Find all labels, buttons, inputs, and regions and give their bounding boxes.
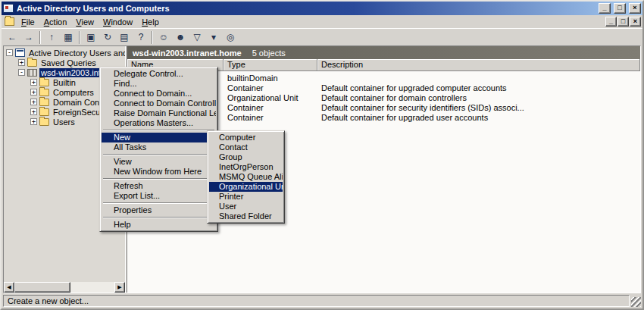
cell-description: Default container for upgraded user acco… [317,113,640,122]
scroll-left-icon[interactable]: ◀ [4,282,14,293]
tree-horizontal-scrollbar[interactable]: ◀ ▶ [4,282,125,293]
menu-item-new[interactable]: New [102,133,216,142]
filter-options-button[interactable]: ▾ [205,30,222,45]
cell-type: builtinDomain [224,74,317,83]
expand-toggle-icon[interactable]: - [18,69,25,76]
resize-grip-icon[interactable] [631,297,641,307]
new-submenu: Computer Contact Group InetOrgPerson MSM… [207,130,285,224]
menu-item-label: Refresh [114,181,143,190]
expand-toggle-icon[interactable]: + [30,79,37,86]
submenu-item-printer[interactable]: Printer [209,192,283,202]
expand-toggle-icon[interactable]: + [18,59,25,66]
menu-item-properties[interactable]: Properties [102,205,216,215]
menu-item-connect-to-domain[interactable]: Connect to Domain... [102,89,216,99]
folder-icon [27,59,37,67]
menu-item-label: Operations Masters... [114,118,193,127]
submenu-item-organizational-unit[interactable]: Organizational Unit [209,182,283,192]
submenu-item-shared-folder[interactable]: Shared Folder [209,211,283,221]
toolbar: ← → ↑ ▦ ▣ ↻ ▤ ? ☺ ☻ ▽ ▾ ◎ [2,28,642,45]
tree-item-label: Active Directory Users and Computers [27,49,125,58]
toolbar-separator [79,31,80,44]
cell-type: Organizational Unit [224,93,317,102]
app-window: Active Directory Users and Computers _ □… [0,0,644,310]
properties-button[interactable]: ▣ [83,30,99,45]
submenu-item-group[interactable]: Group [209,152,283,162]
tree-item-label: Computers [52,88,95,97]
toolbar-separator [39,31,41,44]
menu-file[interactable]: File [17,17,39,27]
menu-item-all-tasks[interactable]: All Tasks [102,142,216,152]
menu-separator [103,178,214,180]
scrollbar-thumb[interactable] [14,282,70,293]
tree-item-label: Users [52,117,77,127]
find-button[interactable]: ◎ [222,30,239,45]
cell-description: Default container for security identifie… [317,103,640,112]
close-button[interactable]: × [629,3,641,14]
expand-toggle-icon[interactable]: + [30,108,37,115]
minimize-button[interactable]: _ [599,3,611,14]
forward-button[interactable]: → [20,30,37,45]
menu-item-delegate-control[interactable]: Delegate Control... [102,69,216,79]
menu-help[interactable]: Help [137,17,164,27]
menu-item-find[interactable]: Find... [102,79,216,89]
menu-item-label: Organizational Unit [219,182,283,191]
expand-toggle-icon[interactable]: + [30,118,37,125]
column-header-type[interactable]: Type [224,59,317,71]
menu-bar: File Action View Window Help _ □ × [2,15,642,28]
export-list-button[interactable]: ▤ [116,30,133,45]
tree-item-label: Builtin [52,78,77,87]
up-one-level-button[interactable]: ↑ [43,30,60,45]
child-minimize-button[interactable]: _ [605,17,617,27]
submenu-item-user[interactable]: User [209,202,283,211]
back-button[interactable]: ← [4,30,20,45]
scrollbar-track[interactable] [70,282,114,293]
menu-item-label: Connect to Domain Controller... [114,99,216,108]
menu-item-view[interactable]: View [102,157,216,167]
column-header-description[interactable]: Description [317,59,640,71]
child-close-button[interactable]: × [630,17,641,27]
toolbar-separator [152,31,153,44]
expand-toggle-icon[interactable]: - [6,49,13,56]
scroll-right-icon[interactable]: ▶ [114,282,125,293]
window-title: Active Directory Users and Computers [17,4,596,13]
menu-item-new-window-from-here[interactable]: New Window from Here [102,167,216,177]
menu-item-label: InetOrgPerson [219,162,274,171]
submenu-item-inetorgperson[interactable]: InetOrgPerson [209,162,283,172]
child-window-controls: _ □ × [605,17,641,27]
child-restore-button[interactable]: □ [617,17,629,27]
menu-item-raise-domain-functional-level[interactable]: Raise Domain Functional Level... [102,108,216,118]
set-filter-button[interactable]: ▽ [189,30,205,45]
new-group-button[interactable]: ☻ [172,30,189,45]
maximize-button[interactable]: □ [614,3,626,14]
folder-icon [39,89,49,96]
menu-item-export-list[interactable]: Export List... [102,191,216,201]
new-user-button[interactable]: ☺ [155,30,172,45]
menu-item-help[interactable]: Help [102,220,216,230]
menu-item-operations-masters[interactable]: Operations Masters... [102,118,216,128]
menu-item-refresh[interactable]: Refresh [102,181,216,191]
menu-item-label: User [219,202,236,211]
menu-item-label: New Window from Here [114,167,202,176]
tree-item-root[interactable]: - Active Directory Users and Computers [4,48,125,58]
menu-item-label: Contact [219,142,248,152]
submenu-item-computer[interactable]: Computer [209,133,283,142]
menu-view[interactable]: View [71,17,98,27]
console-root-icon [15,49,25,57]
menu-action[interactable]: Action [39,17,72,27]
help-button[interactable]: ? [133,30,149,45]
menu-item-label: New [114,133,130,142]
submenu-item-contact[interactable]: Contact [209,142,283,152]
submenu-item-msmq-queue-alias[interactable]: MSMQ Queue Alias [209,172,283,182]
title-bar[interactable]: Active Directory Users and Computers _ □… [2,2,642,15]
menu-window[interactable]: Window [98,17,137,27]
show-hide-tree-button[interactable]: ▦ [60,30,77,45]
app-icon [3,4,14,13]
menu-item-connect-to-domain-controller[interactable]: Connect to Domain Controller... [102,99,216,108]
folder-icon [39,108,49,116]
menu-item-label: Find... [114,79,137,88]
child-window-icon[interactable] [5,17,14,26]
menu-separator [103,154,214,155]
expand-toggle-icon[interactable]: + [30,99,37,105]
refresh-button[interactable]: ↻ [99,30,116,45]
expand-toggle-icon[interactable]: + [30,89,37,96]
